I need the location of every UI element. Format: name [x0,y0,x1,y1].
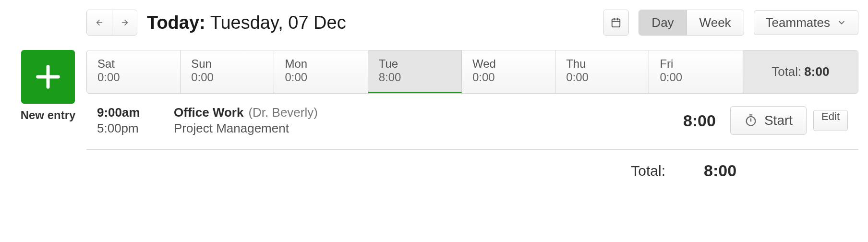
day-hours: 0:00 [566,71,638,84]
strip-total-value: 8:00 [804,64,829,79]
page-title: Today: Tuesday, 07 Dec [147,12,346,33]
calendar-button-group [603,10,629,36]
day-hours: 0:00 [660,71,732,84]
next-button[interactable] [112,10,137,35]
entry-end-time: 5:00pm [97,121,174,136]
footer-total-row: Total: 8:00 [86,150,858,185]
day-name: Sat [97,57,169,71]
day-strip: Sat 0:00 Sun 0:00 Mon 0:00 Tue 8:00 Wed [86,50,858,94]
new-entry-label: New entry [21,109,76,122]
day-hours: 0:00 [191,71,263,84]
today-date: Tuesday, 07 Dec [210,12,346,33]
prev-button[interactable] [87,10,112,35]
time-entry-row: 9:00am 5:00pm Office Work (Dr. Beverly) … [86,94,858,150]
new-entry-section: New entry [10,50,86,122]
view-day-button[interactable]: Day [639,10,686,35]
new-entry-button[interactable] [21,50,75,104]
day-hours: 8:00 [379,71,451,84]
day-hours: 0:00 [285,71,357,84]
footer-total-value: 8:00 [704,161,848,180]
calendar-icon [611,17,621,28]
day-name: Thu [566,57,638,71]
view-week-button[interactable]: Week [687,10,744,35]
entry-duration: 8:00 [683,111,716,130]
edit-entry-button[interactable]: Edit [813,110,848,131]
stopwatch-icon [744,114,758,127]
day-cell-mon[interactable]: Mon 0:00 [274,50,368,93]
day-name: Tue [379,57,451,71]
chevron-down-icon [837,18,846,27]
entry-start-time: 9:00am [97,105,174,120]
view-toggle: Day Week [639,10,744,36]
entry-description: Office Work (Dr. Beverly) Project Manage… [174,105,683,136]
arrow-left-icon [95,18,104,27]
nav-arrows [86,10,137,36]
footer-total-label: Total: [631,163,665,179]
start-timer-button[interactable]: Start [730,106,807,135]
day-cell-fri[interactable]: Fri 0:00 [649,50,743,93]
entry-client: (Dr. Beverly) [248,105,317,120]
entry-project: Project Management [174,121,683,136]
calendar-button[interactable] [603,10,628,35]
day-cell-tue[interactable]: Tue 8:00 [368,50,462,93]
day-name: Mon [285,57,357,71]
svg-rect-2 [612,19,620,27]
plus-icon [33,61,63,92]
day-hours: 0:00 [97,71,169,84]
teammates-dropdown[interactable]: Teammates [754,10,858,35]
day-cell-thu[interactable]: Thu 0:00 [555,50,649,93]
header-toolbar: Today: Tuesday, 07 Dec Day Week Teammate… [86,10,858,36]
strip-total: Total: 8:00 [743,50,858,93]
start-timer-label: Start [764,113,793,128]
entry-time-range: 9:00am 5:00pm [97,105,174,136]
strip-total-label: Total: [772,64,801,79]
entry-task: Office Work [174,105,243,120]
day-cell-sun[interactable]: Sun 0:00 [181,50,274,93]
day-name: Wed [472,57,544,71]
arrow-right-icon [121,18,129,27]
today-label: Today: [147,12,205,33]
day-hours: 0:00 [472,71,544,84]
day-name: Sun [191,57,263,71]
day-cell-wed[interactable]: Wed 0:00 [462,50,555,93]
teammates-label: Teammates [766,15,830,30]
day-cell-sat[interactable]: Sat 0:00 [87,50,181,93]
day-name: Fri [660,57,732,71]
